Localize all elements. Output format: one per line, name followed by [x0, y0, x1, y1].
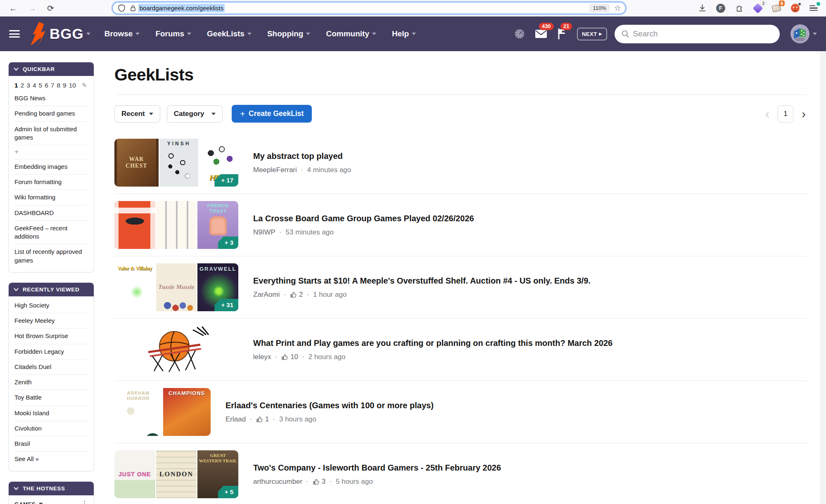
extension-tool-icon[interactable]: 6	[771, 3, 781, 13]
quickbar-link[interactable]: Wiki formatting	[14, 189, 88, 205]
quickbar-link[interactable]: Pending board games	[14, 106, 88, 121]
create-geeklist-button[interactable]: +Create GeekList	[232, 105, 312, 123]
recently-viewed-link[interactable]: Forbidden Legacy	[14, 344, 88, 359]
geeklist-thumbnails[interactable]: WAR CHEST YINSH HIVE + 17	[114, 139, 238, 187]
recently-viewed-link[interactable]: Zenith	[14, 374, 88, 390]
quickbar-link[interactable]: Admin list of submitted games	[14, 121, 88, 145]
geeklist-thumbnails[interactable]: ARKHAM HORROR CHAMPIONS	[114, 388, 211, 436]
lock-icon[interactable]	[129, 4, 137, 12]
bookmark-star-icon[interactable]: ☆	[614, 3, 621, 13]
bgg-logo[interactable]: BGG	[29, 22, 90, 46]
hotness-games-dropdown[interactable]: GAMES	[14, 501, 43, 504]
mail-icon[interactable]: 430	[534, 27, 548, 41]
quickbar-add-button[interactable]: +	[14, 145, 88, 159]
recently-viewed-link[interactable]: Mooki Island	[14, 405, 88, 421]
shield-icon[interactable]	[118, 4, 126, 12]
quickbar-page-10[interactable]: 10	[69, 82, 76, 89]
site-search[interactable]	[615, 25, 780, 43]
recently-viewed-link[interactable]: Citadels Duel	[14, 359, 88, 374]
browser-menu-icon[interactable]	[809, 3, 819, 13]
address-bar[interactable]: boardgamegeek.com/geeklists 110% ☆	[112, 2, 626, 14]
url-text[interactable]: boardgamegeek.com/geeklists	[138, 4, 225, 12]
nav-item-browse[interactable]: Browse	[104, 29, 140, 38]
quickbar-page-5[interactable]: 5	[39, 82, 43, 89]
sort-dropdown[interactable]: Recent	[114, 105, 160, 123]
quickbar-link[interactable]: DASHBOARD	[14, 205, 88, 220]
see-all-link[interactable]: See All »	[14, 451, 88, 466]
quickbar-page-9[interactable]: 9	[63, 82, 66, 89]
recently-viewed-link[interactable]: Toy Battle	[14, 390, 88, 405]
quickbar-page-7[interactable]: 7	[51, 82, 55, 89]
geekalert-flag-icon[interactable]: 21	[555, 27, 570, 41]
hotness-header[interactable]: THE HOTNESS	[9, 482, 94, 495]
thumbs-up-count[interactable]: 2	[290, 291, 303, 299]
search-input[interactable]	[633, 29, 773, 38]
nav-item-community[interactable]: Community	[326, 29, 376, 38]
recently-viewed-link[interactable]: Hot Brown Surprise	[14, 328, 88, 343]
quickbar-link[interactable]: Embedding images	[14, 159, 88, 174]
thumbs-up-count[interactable]: 3	[313, 478, 325, 486]
user-menu[interactable]	[790, 24, 817, 43]
extension-mask-icon[interactable]	[790, 3, 800, 13]
quickbar-page-8[interactable]: 8	[57, 82, 60, 89]
extension-gem-icon[interactable]: 3	[753, 3, 763, 13]
author-link[interactable]: N9IWP	[253, 228, 275, 237]
recently-viewed-link[interactable]: Brasil	[14, 436, 88, 451]
gauge-icon[interactable]	[513, 27, 527, 41]
nav-hamburger-icon[interactable]	[9, 30, 20, 38]
thumbs-up-count[interactable]: 1	[256, 415, 269, 424]
recently-viewed-header[interactable]: RECENTLY VIEWED	[9, 283, 94, 296]
browser-forward-icon[interactable]: →	[28, 4, 36, 12]
quickbar-link[interactable]: Forum formatting	[14, 174, 88, 189]
author-link[interactable]: Erlaad	[225, 415, 246, 424]
prev-page-icon[interactable]: ‹	[764, 108, 771, 120]
browser-reload-icon[interactable]: ⟳	[47, 4, 54, 12]
next-button[interactable]: NEXT▶	[577, 28, 607, 40]
extensions-puzzle-icon[interactable]	[734, 3, 744, 13]
geeklist-thumbnails[interactable]: FRENCH TOAST + 3	[114, 201, 238, 249]
geeklist-thumbnails[interactable]	[114, 326, 238, 374]
quickbar-page-3[interactable]: 3	[26, 82, 30, 89]
author-link[interactable]: MeepleFerrari	[253, 166, 297, 174]
quickbar-link[interactable]: List of recently approved games	[14, 244, 88, 268]
quickbar-page-2[interactable]: 2	[21, 82, 24, 89]
browser-back-icon[interactable]: ←	[9, 4, 17, 12]
recently-viewed-link[interactable]: Feeley Meeley	[14, 313, 88, 328]
quickbar-page-6[interactable]: 6	[45, 82, 48, 89]
next-page-icon[interactable]: ›	[800, 108, 807, 120]
page-scrollbar[interactable]	[821, 51, 826, 504]
geeklist-title[interactable]: My abstract top played	[253, 151, 351, 161]
thumbs-up-count[interactable]: 10	[281, 353, 298, 361]
author-link[interactable]: arthurcucumber	[253, 478, 302, 486]
recently-viewed-link[interactable]: High Society	[14, 298, 88, 313]
zoom-level-badge[interactable]: 110%	[589, 4, 610, 12]
recently-viewed-link[interactable]: Civolution	[14, 421, 88, 436]
geeklist-title[interactable]: What Print and Play games are you crafti…	[253, 338, 612, 348]
hotness-panel: THE HOTNESS GAMES ⋮ Brass: Pittsburgh 20…	[8, 481, 94, 504]
nav-item-forums[interactable]: Forums	[155, 29, 191, 38]
nav-item-shopping[interactable]: Shopping	[267, 29, 311, 38]
timestamp: 53 minutes ago	[286, 228, 334, 237]
geeklist-title[interactable]: La Crosse Board Game Group Games Played …	[253, 214, 474, 223]
geeklist-thumbnails[interactable]: Valor & Villainy Tussie Mussie GRAVWELL …	[114, 263, 238, 311]
author-link[interactable]: ZarAomi	[253, 291, 280, 299]
geeklist-title[interactable]: Two's Company - Isleworth Board Gamers -…	[253, 463, 501, 473]
quickbar-link[interactable]: BGG News	[14, 91, 88, 106]
category-dropdown[interactable]: Category	[167, 105, 223, 123]
nav-item-help[interactable]: Help	[392, 29, 416, 38]
nav-item-geeklists[interactable]: GeekLists	[207, 29, 252, 38]
author-link[interactable]: leleyx	[253, 353, 271, 361]
geeklist-thumbnails[interactable]: JUST ONE LONDON GREAT WESTERN TRAIL + 5	[114, 450, 238, 498]
quickbar-link[interactable]: GeekFeed – recent additions	[14, 220, 88, 244]
thumb-yinsh: YINSH	[159, 139, 199, 187]
extension-f-icon[interactable]: F	[716, 3, 726, 13]
quickbar-header[interactable]: QUICKBAR	[9, 62, 94, 76]
quickbar-page-4[interactable]: 4	[33, 82, 36, 89]
downloads-icon[interactable]	[697, 3, 707, 13]
kebab-menu-icon[interactable]: ⋮	[81, 502, 88, 504]
current-page[interactable]: 1	[778, 105, 793, 123]
geeklist-title[interactable]: Everything Starts at $10! A Meeple's Ove…	[253, 276, 591, 286]
geeklist-title[interactable]: Erlaad's Centenaries (Games with 100 or …	[225, 401, 434, 410]
quickbar-page-1[interactable]: 1	[14, 82, 18, 89]
edit-pencil-icon[interactable]: ✎	[82, 82, 87, 89]
